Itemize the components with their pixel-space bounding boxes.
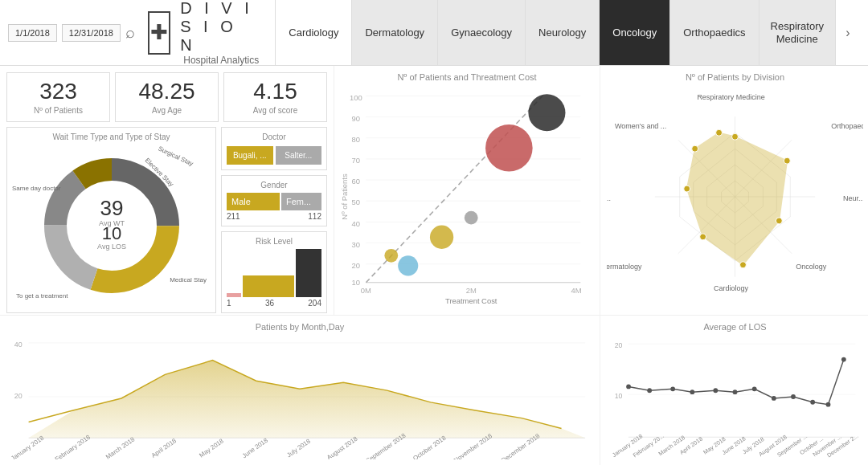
- svg-text:30: 30: [352, 240, 360, 249]
- gender-female-bar[interactable]: Fem...: [281, 193, 321, 210]
- tab-cardiology[interactable]: Cardiology: [276, 0, 352, 65]
- logo-area: ✚ D I V I S I O N Hospital Analytics: [148, 0, 259, 66]
- header: 1/1/2018 12/31/2018 ⌕ ✚ D I V I S I O N …: [0, 0, 868, 66]
- date-end[interactable]: 12/31/2018: [62, 24, 121, 42]
- patients-month-svg: 40 20 January 2018 February 2018: [6, 333, 593, 459]
- svg-point-52: [732, 133, 739, 140]
- svg-text:20: 20: [352, 261, 360, 270]
- left-panel: 323 Nº of Patients 48.25 Avg Age 4.15 Av…: [0, 66, 334, 315]
- svg-text:Oncology: Oncology: [796, 263, 826, 271]
- kpi-age-value: 48.25: [124, 80, 210, 104]
- tab-neurology[interactable]: Neurology: [526, 0, 600, 65]
- svg-text:20: 20: [14, 392, 23, 400]
- svg-text:Neur...: Neur...: [843, 194, 863, 202]
- svg-point-95: [713, 388, 718, 393]
- svg-text:0M: 0M: [361, 286, 371, 295]
- scatter-panel: Nº of Patients and Threatment Cost 100 9…: [334, 66, 600, 315]
- gender-male-count: 211: [227, 212, 240, 221]
- gender-male-bar[interactable]: Male: [227, 193, 280, 210]
- brand-sub: Hospital Analytics: [180, 55, 259, 66]
- svg-point-37: [384, 249, 398, 263]
- donut-area: 39 Avg WT 10 Avg LOS Surgical Stay Elect…: [12, 145, 211, 308]
- radar-chart-area: Respiratory Medicine Orthopaedics Neur..…: [607, 85, 863, 308]
- doctor-filter: Doctor Bugali, ... Salter...: [221, 127, 327, 170]
- svg-text:39: 39: [100, 196, 123, 220]
- donut-title: Wait Time Type and Type of Stay: [12, 133, 211, 141]
- svg-text:10: 10: [352, 278, 360, 287]
- glasses-icon[interactable]: ⌕: [125, 23, 135, 42]
- scatter-svg: 100 90 80 70 60 50 40 30 20 10 Nº of Pat…: [341, 85, 593, 308]
- svg-text:Gyn...: Gyn...: [607, 194, 611, 202]
- svg-text:2M: 2M: [466, 286, 477, 295]
- svg-point-54: [776, 218, 782, 224]
- svg-point-98: [772, 396, 776, 401]
- bottom-left-title: Patients by Month,Day: [6, 322, 593, 332]
- svg-point-102: [841, 357, 846, 362]
- svg-text:August 2018: August 2018: [326, 434, 359, 459]
- svg-point-93: [670, 386, 675, 391]
- svg-point-38: [398, 255, 418, 275]
- risk-chart-area: [227, 249, 321, 297]
- date-start[interactable]: 1/1/2018: [8, 24, 57, 42]
- svg-text:40: 40: [14, 341, 23, 349]
- svg-point-92: [647, 388, 652, 393]
- radar-panel: Nº of Patients by Division: [600, 66, 868, 315]
- gender-filter-title: Gender: [227, 181, 321, 190]
- risk-label-2: 36: [265, 299, 274, 308]
- tab-orthopaedics[interactable]: Orthopaedics: [670, 0, 759, 65]
- svg-text:January 2018: January 2018: [10, 434, 46, 459]
- gender-bars: Male Fem...: [227, 193, 321, 210]
- svg-point-99: [791, 394, 796, 399]
- doctor-btn-2[interactable]: Salter...: [276, 146, 322, 165]
- donut-filters-row: Wait Time Type and Type of Stay: [6, 127, 327, 313]
- svg-point-41: [485, 124, 533, 172]
- svg-text:10: 10: [101, 223, 121, 243]
- tab-dermatology[interactable]: Dermatology: [352, 0, 438, 65]
- svg-point-59: [716, 129, 723, 136]
- svg-text:50: 50: [352, 198, 360, 206]
- svg-text:40: 40: [352, 219, 360, 228]
- bottom-right-title: Average of LOS: [607, 322, 863, 332]
- kpi-score-value: 4.15: [232, 80, 318, 104]
- svg-text:May 2018: May 2018: [198, 437, 225, 459]
- svg-text:90: 90: [352, 114, 360, 123]
- nav-chevron-right[interactable]: ›: [836, 0, 860, 65]
- bottom-right-panel: Average of LOS 20 10: [600, 316, 868, 465]
- filters-panel: Doctor Bugali, ... Salter... Gender Male: [221, 127, 327, 313]
- gender-counts: 211 112: [227, 212, 321, 221]
- tab-gynaecology[interactable]: Gynaecology: [438, 0, 526, 65]
- gender-female-count: 112: [308, 212, 321, 221]
- svg-text:Dermatology: Dermatology: [607, 263, 642, 271]
- svg-text:60: 60: [352, 177, 360, 186]
- svg-point-56: [700, 234, 706, 240]
- nav-tabs: Cardiology Dermatology Gynaecology Neuro…: [275, 0, 860, 65]
- kpi-patients-value: 323: [15, 80, 101, 104]
- tab-oncology[interactable]: Oncology: [600, 0, 670, 65]
- svg-point-39: [430, 226, 453, 249]
- svg-point-42: [528, 94, 565, 131]
- svg-text:4M: 4M: [571, 286, 582, 295]
- radar-svg: Respiratory Medicine Orthopaedics Neur..…: [607, 85, 863, 308]
- svg-text:80: 80: [352, 135, 360, 144]
- bottom-right-chart: 20 10: [607, 333, 863, 459]
- svg-point-57: [684, 186, 690, 192]
- svg-text:10: 10: [615, 392, 623, 400]
- logo-box: ✚: [148, 11, 170, 55]
- donut-section: Wait Time Type and Type of Stay: [6, 127, 216, 313]
- svg-point-100: [810, 400, 815, 405]
- doctor-btn-1[interactable]: Bugali, ...: [227, 146, 273, 165]
- kpi-score: 4.15 Avg of score: [223, 72, 327, 122]
- scatter-chart-area: 100 90 80 70 60 50 40 30 20 10 Nº of Pat…: [341, 85, 593, 308]
- svg-point-55: [739, 262, 746, 268]
- svg-text:April 2018: April 2018: [150, 437, 178, 459]
- svg-text:Women's and ...: Women's and ...: [615, 122, 666, 130]
- tab-respiratory[interactable]: RespiratoryMedicine: [760, 0, 836, 65]
- svg-text:Treatment Cost: Treatment Cost: [445, 296, 497, 305]
- svg-text:Orthopaedics: Orthopaedics: [831, 122, 863, 130]
- risk-bar-low[interactable]: [227, 293, 241, 297]
- kpi-age-label: Avg Age: [124, 106, 210, 115]
- risk-bar-mid[interactable]: [243, 275, 294, 297]
- risk-bar-high[interactable]: [296, 249, 321, 297]
- risk-label-3: 204: [308, 299, 321, 308]
- svg-point-97: [752, 386, 757, 391]
